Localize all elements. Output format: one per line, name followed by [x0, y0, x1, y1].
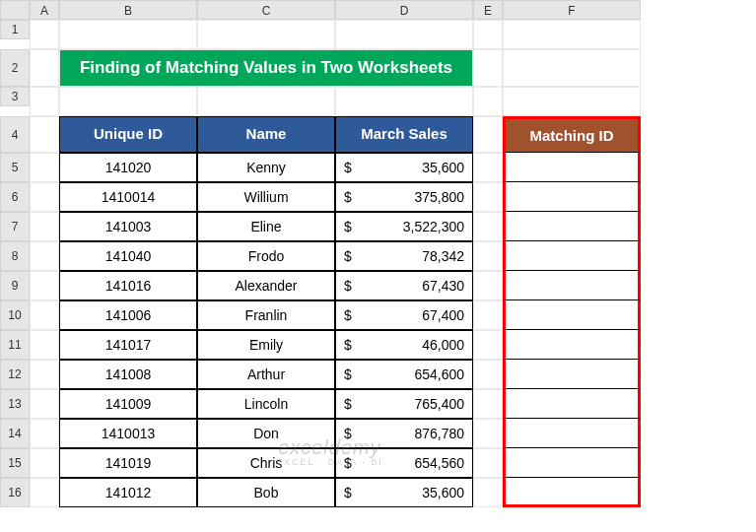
name-cell[interactable]: Alexander: [197, 271, 335, 300]
row-header-2[interactable]: 2: [0, 49, 30, 87]
sales-cell[interactable]: $35,600: [335, 153, 473, 182]
sales-cell[interactable]: $46,000: [335, 330, 473, 360]
row-header-6[interactable]: 6: [0, 182, 30, 212]
unique-id-cell[interactable]: 141006: [59, 300, 197, 330]
name-cell[interactable]: Kenny: [197, 153, 335, 182]
cell[interactable]: [473, 478, 503, 507]
header-matching-id[interactable]: Matching ID: [503, 116, 641, 153]
cell[interactable]: [473, 241, 503, 271]
name-cell[interactable]: Chris: [197, 448, 335, 478]
sales-cell[interactable]: $78,342: [335, 241, 473, 271]
matching-id-cell[interactable]: [503, 153, 641, 182]
cell[interactable]: [30, 271, 59, 300]
cell[interactable]: [473, 20, 503, 49]
row-header-7[interactable]: 7: [0, 212, 30, 241]
unique-id-cell[interactable]: 141009: [59, 389, 197, 419]
cell[interactable]: [30, 389, 59, 419]
name-cell[interactable]: Frodo: [197, 241, 335, 271]
cell[interactable]: [30, 49, 59, 87]
cell[interactable]: [473, 49, 503, 87]
col-header-b[interactable]: B: [59, 0, 197, 20]
cell[interactable]: [335, 87, 473, 116]
matching-id-cell[interactable]: [503, 330, 641, 360]
matching-id-cell[interactable]: [503, 271, 641, 300]
unique-id-cell[interactable]: 141008: [59, 360, 197, 389]
header-name[interactable]: Name: [197, 116, 335, 153]
col-header-e[interactable]: E: [473, 0, 503, 20]
row-header-3[interactable]: 3: [0, 87, 30, 106]
matching-id-cell[interactable]: [503, 478, 641, 507]
row-header-16[interactable]: 16: [0, 478, 30, 507]
row-header-1[interactable]: 1: [0, 20, 30, 39]
header-march-sales[interactable]: March Sales: [335, 116, 473, 153]
cell[interactable]: [473, 153, 503, 182]
name-cell[interactable]: Lincoln: [197, 389, 335, 419]
matching-id-cell[interactable]: [503, 448, 641, 478]
name-cell[interactable]: Franlin: [197, 300, 335, 330]
col-header-a[interactable]: A: [30, 0, 59, 20]
cell[interactable]: [30, 419, 59, 448]
row-header-8[interactable]: 8: [0, 241, 30, 271]
cell[interactable]: [30, 478, 59, 507]
cell[interactable]: [473, 87, 503, 116]
unique-id-cell[interactable]: 1410013: [59, 419, 197, 448]
cell[interactable]: [197, 87, 335, 116]
unique-id-cell[interactable]: 1410014: [59, 182, 197, 212]
header-unique-id[interactable]: Unique ID: [59, 116, 197, 153]
unique-id-cell[interactable]: 141019: [59, 448, 197, 478]
cell[interactable]: [30, 212, 59, 241]
page-title[interactable]: Finding of Matching Values in Two Worksh…: [59, 49, 473, 87]
sales-cell[interactable]: $654,560: [335, 448, 473, 478]
sales-cell[interactable]: $67,430: [335, 271, 473, 300]
matching-id-cell[interactable]: [503, 182, 641, 212]
cell[interactable]: [30, 330, 59, 360]
sales-cell[interactable]: $35,600: [335, 478, 473, 507]
matching-id-cell[interactable]: [503, 419, 641, 448]
name-cell[interactable]: Willium: [197, 182, 335, 212]
matching-id-cell[interactable]: [503, 360, 641, 389]
cell[interactable]: [473, 419, 503, 448]
cell[interactable]: [197, 20, 335, 49]
cell[interactable]: [503, 87, 641, 116]
cell[interactable]: [30, 182, 59, 212]
col-header-d[interactable]: D: [335, 0, 473, 20]
sales-cell[interactable]: $67,400: [335, 300, 473, 330]
matching-id-cell[interactable]: [503, 241, 641, 271]
cell[interactable]: [30, 20, 59, 49]
cell[interactable]: [59, 20, 197, 49]
cell[interactable]: [473, 300, 503, 330]
cell[interactable]: [473, 360, 503, 389]
sales-cell[interactable]: $3,522,300: [335, 212, 473, 241]
unique-id-cell[interactable]: 141017: [59, 330, 197, 360]
matching-id-cell[interactable]: [503, 300, 641, 330]
cell[interactable]: [503, 49, 641, 87]
cell[interactable]: [30, 116, 59, 153]
sales-cell[interactable]: $654,600: [335, 360, 473, 389]
select-all-corner[interactable]: [0, 0, 30, 20]
name-cell[interactable]: Eline: [197, 212, 335, 241]
name-cell[interactable]: Arthur: [197, 360, 335, 389]
unique-id-cell[interactable]: 141040: [59, 241, 197, 271]
cell[interactable]: [30, 360, 59, 389]
col-header-f[interactable]: F: [503, 0, 641, 20]
cell[interactable]: [30, 300, 59, 330]
sales-cell[interactable]: $765,400: [335, 389, 473, 419]
row-header-4[interactable]: 4: [0, 116, 30, 153]
cell[interactable]: [59, 87, 197, 116]
row-header-10[interactable]: 10: [0, 300, 30, 330]
name-cell[interactable]: Bob: [197, 478, 335, 507]
unique-id-cell[interactable]: 141016: [59, 271, 197, 300]
unique-id-cell[interactable]: 141020: [59, 153, 197, 182]
sales-cell[interactable]: $375,800: [335, 182, 473, 212]
cell[interactable]: [473, 271, 503, 300]
cell[interactable]: [473, 212, 503, 241]
cell[interactable]: [30, 87, 59, 116]
cell[interactable]: [473, 448, 503, 478]
matching-id-cell[interactable]: [503, 389, 641, 419]
cell[interactable]: [473, 389, 503, 419]
name-cell[interactable]: Emily: [197, 330, 335, 360]
row-header-9[interactable]: 9: [0, 271, 30, 300]
sales-cell[interactable]: $876,780: [335, 419, 473, 448]
row-header-14[interactable]: 14: [0, 419, 30, 448]
cell[interactable]: [473, 116, 503, 153]
